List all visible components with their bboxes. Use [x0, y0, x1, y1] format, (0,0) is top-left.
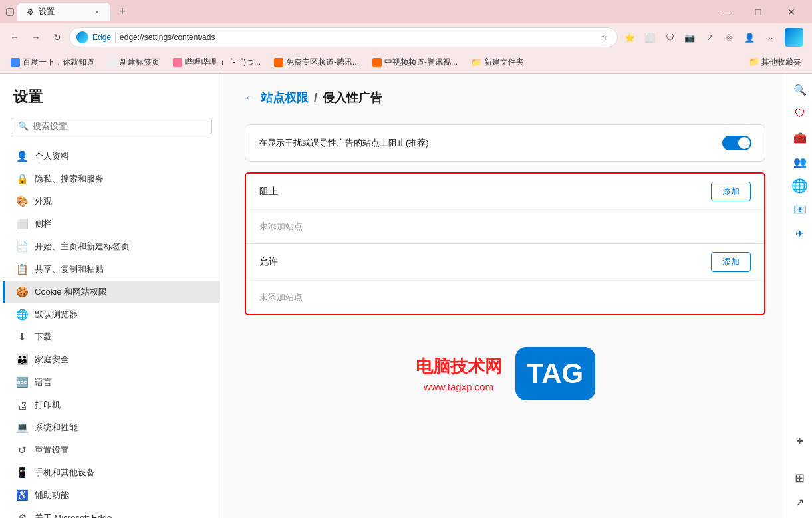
profile-nav-icon: 👤	[16, 150, 28, 162]
window-controls	[5, 7, 15, 17]
profile-icon[interactable]: 👤	[740, 28, 759, 47]
maximize-button[interactable]: □	[743, 0, 773, 23]
tencent2-favicon	[372, 58, 382, 67]
screenshot-icon[interactable]: 📷	[680, 28, 699, 47]
tab-close-button[interactable]: ×	[92, 7, 102, 17]
sidebar-item-reset[interactable]: ↺ 重置设置	[3, 439, 220, 461]
content-area: ← 站点权限 / 侵入性广告 在显示干扰或误导性广告的站点上阻止(推荐) 阻止 …	[223, 74, 787, 518]
sidebar-item-about[interactable]: ⚙ 关于 Microsoft Edge	[3, 507, 220, 518]
sidebar-item-language[interactable]: 🔤 语言	[3, 371, 220, 394]
newtab-favicon	[108, 58, 117, 67]
breadcrumb-back-button[interactable]: ←	[245, 92, 255, 104]
tab-favicon: ⚙	[25, 7, 35, 17]
sidebar-item-default-browser[interactable]: 🌐 默认浏览器	[3, 303, 220, 326]
browser-essentials-icon[interactable]: 🛡	[660, 28, 679, 47]
downloads-nav-icon: ⬇	[16, 331, 28, 343]
baidu-favicon	[11, 58, 20, 67]
breadcrumb-separator: /	[314, 91, 317, 105]
bookmark-tencent1[interactable]: 免费专区频道-腾讯...	[269, 55, 364, 69]
other-bookmarks[interactable]: 📁 其他收藏夹	[744, 55, 807, 69]
search-icon: 🔍	[18, 121, 29, 131]
rs-add-button[interactable]: +	[789, 430, 811, 452]
sidebar-item-privacy[interactable]: 🔒 隐私、搜索和服务	[3, 168, 220, 190]
new-tab-button[interactable]: +	[113, 3, 132, 21]
discover-icon[interactable]: ♾	[720, 28, 739, 47]
bookmark-folder[interactable]: 📁 新建文件夹	[466, 55, 529, 69]
edge-logo	[76, 31, 88, 43]
sidebar-item-family-label: 家庭安全	[35, 354, 69, 366]
sidebar-item-cookies[interactable]: 🍪 Cookie 和网站权限	[3, 281, 220, 303]
phone-nav-icon: 📱	[16, 467, 28, 479]
search-box[interactable]: 🔍	[11, 118, 212, 134]
sidebar-item-accessibility[interactable]: ♿ 辅助功能	[3, 484, 220, 507]
reset-nav-icon: ↺	[16, 444, 28, 456]
breadcrumb-parent[interactable]: 站点权限	[261, 90, 309, 106]
sidebar-item-profile[interactable]: 👤 个人资料	[3, 145, 220, 168]
navigation-bar: ← → ↻ Edge edge://settings/content/ads ☆…	[0, 23, 812, 51]
breadcrumb-current: 侵入性广告	[323, 90, 382, 106]
sidebar-item-start[interactable]: 📄 开始、主页和新建标签页	[3, 235, 220, 258]
sidebar-item-accessibility-label: 辅助功能	[35, 489, 69, 501]
bookmark-baidu-label: 百度一下，你就知道	[23, 57, 94, 68]
rs-grid-button[interactable]: ⊞	[789, 467, 811, 489]
rs-send-button[interactable]: ✈	[789, 223, 811, 244]
sidebar-item-phone-label: 手机和其他设备	[35, 467, 95, 479]
bookmark-tencent2[interactable]: 中视频频道-腾讯视...	[367, 55, 463, 69]
settings-tab[interactable]: ⚙ 设置 ×	[17, 3, 110, 21]
refresh-button[interactable]: ↻	[48, 28, 67, 47]
sidebar-item-printer-label: 打印机	[35, 399, 61, 411]
sidebar-item-sidebar[interactable]: ⬜ 侧栏	[3, 213, 220, 235]
block-add-button[interactable]: 添加	[711, 182, 751, 201]
rs-search-button[interactable]: 🔍	[789, 79, 811, 100]
toggle-row: 在显示干扰或误导性广告的站点上阻止(推荐)	[245, 125, 765, 161]
address-separator	[115, 32, 116, 43]
favorites-icon[interactable]: ☆	[597, 31, 610, 44]
sidebar-item-share-label: 共享、复制和粘贴	[35, 263, 104, 275]
sidebar-item-system-label: 系统和性能	[35, 422, 78, 434]
minimize-button[interactable]: —	[710, 0, 740, 23]
collections-icon[interactable]: ⭐	[620, 28, 639, 47]
bookmark-baidu[interactable]: 百度一下，你就知道	[5, 55, 100, 69]
sidebar-item-family[interactable]: 👪 家庭安全	[3, 348, 220, 371]
family-nav-icon: 👪	[16, 354, 28, 366]
language-nav-icon: 🔤	[16, 376, 28, 388]
share-icon[interactable]: ↗	[700, 28, 719, 47]
toggle-switch[interactable]	[722, 136, 751, 150]
back-button[interactable]: ←	[5, 28, 24, 47]
sidebar-item-sidebar-label: 侧栏	[35, 218, 52, 230]
bookmark-newtab[interactable]: 新建标签页	[102, 55, 165, 69]
rs-shield-button[interactable]: 🛡	[789, 103, 811, 124]
forward-button[interactable]: →	[27, 28, 45, 47]
allow-empty-message: 未添加站点	[246, 281, 764, 314]
rs-globe-button[interactable]: 🌐	[789, 175, 811, 196]
bookmark-bilibili-label: 哔哩哔哩（゜-゜)つ...	[185, 57, 261, 68]
address-icons: ☆	[597, 31, 610, 44]
sidebar-item-printer[interactable]: 🖨 打印机	[3, 394, 220, 416]
rs-users-button[interactable]: 👥	[789, 151, 811, 172]
split-screen-icon[interactable]: ⬜	[640, 28, 659, 47]
sidebar-item-downloads[interactable]: ⬇ 下载	[3, 326, 220, 348]
search-input[interactable]	[33, 121, 205, 131]
close-button[interactable]: ✕	[776, 0, 807, 23]
block-empty-message: 未添加站点	[246, 210, 764, 243]
other-bookmarks-label: 其他收藏夹	[761, 57, 801, 66]
allow-add-button[interactable]: 添加	[711, 252, 751, 272]
privacy-nav-icon: 🔒	[16, 173, 28, 185]
rs-external-button[interactable]: ↗	[789, 491, 811, 513]
sidebar-item-appearance[interactable]: 🎨 外观	[3, 190, 220, 213]
sidebar-item-share[interactable]: 📋 共享、复制和粘贴	[3, 258, 220, 281]
bookmark-bilibili[interactable]: 哔哩哔哩（゜-゜)つ...	[168, 55, 266, 69]
sidebar-item-phone[interactable]: 📱 手机和其他设备	[3, 461, 220, 484]
sidebar-item-system[interactable]: 💻 系统和性能	[3, 416, 220, 439]
tab-label: 设置	[39, 6, 55, 17]
tag-label: TAG	[527, 358, 584, 390]
folder-icon: 📁	[749, 57, 759, 66]
tencent1-favicon	[274, 58, 283, 67]
right-sidebar: 🔍 🛡 🧰 👥 🌐 📧 ✈ + ⊞ ↗	[787, 74, 812, 518]
allow-section: 允许 添加 未添加站点	[246, 244, 764, 314]
more-button[interactable]: ···	[760, 28, 779, 47]
address-bar[interactable]: Edge edge://settings/content/ads ☆	[69, 27, 618, 47]
rs-tools-button[interactable]: 🧰	[789, 127, 811, 148]
appearance-nav-icon: 🎨	[16, 195, 28, 207]
rs-outlook-button[interactable]: 📧	[789, 199, 811, 220]
